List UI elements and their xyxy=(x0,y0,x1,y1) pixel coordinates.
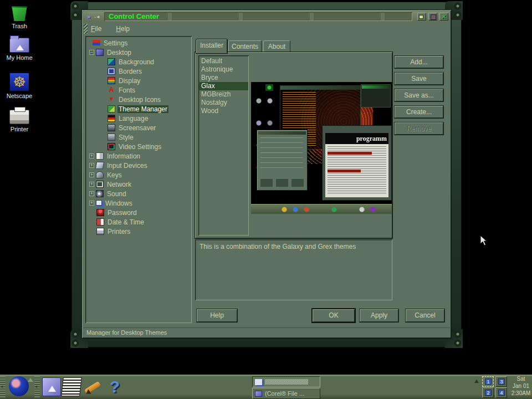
tree-item-printers[interactable]: Printers xyxy=(87,227,192,236)
minimize-button[interactable] xyxy=(417,13,426,21)
tree-item-label: Network xyxy=(106,181,132,188)
desktop-icon-label: Printer xyxy=(0,126,39,132)
tree-expander-plus-icon[interactable]: + xyxy=(89,154,94,158)
tree-expander-plus-icon[interactable]: + xyxy=(89,191,94,196)
screensaver-icon xyxy=(108,124,115,131)
tree-item-keys[interactable]: +Keys xyxy=(87,170,192,180)
save-as-button[interactable]: Save as... xyxy=(395,89,443,101)
tree-item-language[interactable]: Language xyxy=(87,114,192,123)
tree-item-label: Screensaver xyxy=(117,124,157,132)
tree-item-sound[interactable]: +Sound xyxy=(87,189,192,198)
theme-item-wood[interactable]: Wood xyxy=(199,107,248,115)
tree-item-input-devices[interactable]: +Input Devices xyxy=(87,161,192,170)
task-button-1[interactable] xyxy=(252,376,320,387)
tree-expander-plus-icon[interactable]: + xyxy=(89,201,94,206)
tab-contents[interactable]: Contents xyxy=(228,40,262,53)
theme-item-mgbreizh[interactable]: MGBreizh xyxy=(199,90,248,99)
theme-item-nostalgy[interactable]: Nostalgy xyxy=(199,99,248,107)
pager-desktop-1[interactable]: 1 xyxy=(482,376,494,387)
save-button[interactable]: Save xyxy=(395,73,443,85)
pager-desktop-number: 2 xyxy=(485,390,492,396)
ok-button[interactable]: OK xyxy=(313,309,355,322)
pager-desktop-3[interactable]: 3 xyxy=(495,376,507,387)
tree-item-screensaver[interactable]: Screensaver xyxy=(87,123,192,132)
tree-expander-plus-icon[interactable]: + xyxy=(89,182,94,187)
home-folder-icon xyxy=(9,38,29,53)
tree-item-desktop-icons[interactable]: Desktop Icons xyxy=(87,95,192,104)
editor-pencil-button[interactable] xyxy=(83,377,102,396)
desktop-icon-my-home[interactable]: My Home xyxy=(0,38,39,61)
tree-expander-minus-icon[interactable]: − xyxy=(89,50,94,55)
maximize-button[interactable] xyxy=(428,13,437,21)
sticky-pin-icon[interactable]: -◄ xyxy=(93,14,101,19)
menubar-grip[interactable] xyxy=(84,24,88,34)
display-icon xyxy=(108,77,115,84)
clock-date: Jan 01 xyxy=(510,382,532,390)
add-button[interactable]: Add... xyxy=(395,56,443,68)
cancel-button[interactable]: Cancel xyxy=(406,309,444,322)
preview-x-logo xyxy=(265,84,273,91)
terminal-notes-button[interactable] xyxy=(61,377,82,396)
tree-item-password[interactable]: Password xyxy=(87,208,192,217)
tree-item-label: Background xyxy=(117,58,155,66)
tree-expander-plus-icon[interactable]: + xyxy=(89,163,94,168)
panel-hide-grip[interactable] xyxy=(0,376,6,398)
tree-item-desktop[interactable]: −Desktop xyxy=(87,48,192,57)
pager-desktop-2[interactable]: 2 xyxy=(482,387,494,398)
borders-icon xyxy=(108,68,115,75)
tab-installer[interactable]: Installer xyxy=(196,39,227,53)
tree-item-fonts[interactable]: Fonts xyxy=(87,85,192,95)
preview-red-bar xyxy=(328,152,372,155)
control-center-window: » -◄ Control Center ✕ File Help Settings… xyxy=(72,2,461,347)
desktop-icon-netscape[interactable]: ☸ Netscape xyxy=(0,73,39,99)
titlebar[interactable]: » -◄ Control Center ✕ xyxy=(83,11,450,22)
language-icon xyxy=(108,115,115,122)
trash-icon xyxy=(10,3,29,21)
pager-desktop-4[interactable]: 4 xyxy=(495,387,507,398)
video-settings-icon xyxy=(108,143,115,150)
tree-panel: Settings−DesktopBackgroundBordersDisplay… xyxy=(85,36,192,323)
tree-item-borders[interactable]: Borders xyxy=(87,66,192,76)
menu-help[interactable]: Help xyxy=(116,25,130,33)
tree-item-label: Language xyxy=(117,115,149,122)
network-icon xyxy=(96,181,104,188)
tree-item-theme-manager[interactable]: Theme Manager xyxy=(87,104,192,114)
tab-label: Contents xyxy=(232,43,258,50)
menu-file[interactable]: File xyxy=(91,25,101,33)
style-icon xyxy=(108,134,115,141)
tab-about[interactable]: About xyxy=(263,40,290,53)
pager-hide-grip[interactable] xyxy=(474,375,479,398)
create-button[interactable]: Create... xyxy=(395,106,443,118)
home-folder-button[interactable] xyxy=(42,377,61,396)
help-button[interactable]: ? xyxy=(105,377,124,396)
desktop-icon-printer[interactable]: Printer xyxy=(0,110,39,132)
tree-item-date-time[interactable]: Date & Time xyxy=(87,217,192,227)
tree-item-label: Keys xyxy=(106,171,123,179)
tree-item-information[interactable]: +Information xyxy=(87,151,192,161)
window-menu-icon[interactable]: » xyxy=(85,14,93,20)
tree-item-background[interactable]: Background xyxy=(87,57,192,66)
tree-item-windows[interactable]: +Windows xyxy=(87,198,192,208)
panel-section-grip[interactable] xyxy=(34,376,40,398)
task-button-2[interactable]: (Corel® File ... xyxy=(252,388,320,399)
tree-item-video-settings[interactable]: Video Settings xyxy=(87,142,192,151)
apply-button[interactable]: Apply xyxy=(360,309,398,322)
tree-item-network[interactable]: +Network xyxy=(87,180,192,189)
tree-item-label: Input Devices xyxy=(106,162,149,170)
tab-label: Installer xyxy=(200,42,223,49)
tree-item-settings[interactable]: Settings xyxy=(87,38,192,48)
theme-item-astronique[interactable]: Astronique xyxy=(199,65,248,74)
theme-item-default[interactable]: Default xyxy=(199,57,248,65)
help-button[interactable]: Help xyxy=(197,309,237,322)
theme-item-bryce[interactable]: Bryce xyxy=(199,74,248,82)
tree-item-label: Borders xyxy=(117,68,143,75)
theme-item-glax[interactable]: Glax xyxy=(199,82,248,90)
close-button[interactable]: ✕ xyxy=(439,13,448,21)
app-launcher-button[interactable] xyxy=(9,376,31,398)
settings-icon xyxy=(93,39,100,47)
tree-item-style[interactable]: Style xyxy=(87,132,192,142)
tree-expander-plus-icon[interactable]: + xyxy=(89,172,94,177)
desktop-icon-trash[interactable]: Trash xyxy=(0,3,39,29)
tree-item-display[interactable]: Display xyxy=(87,76,192,85)
preview-taskbar xyxy=(251,204,392,214)
